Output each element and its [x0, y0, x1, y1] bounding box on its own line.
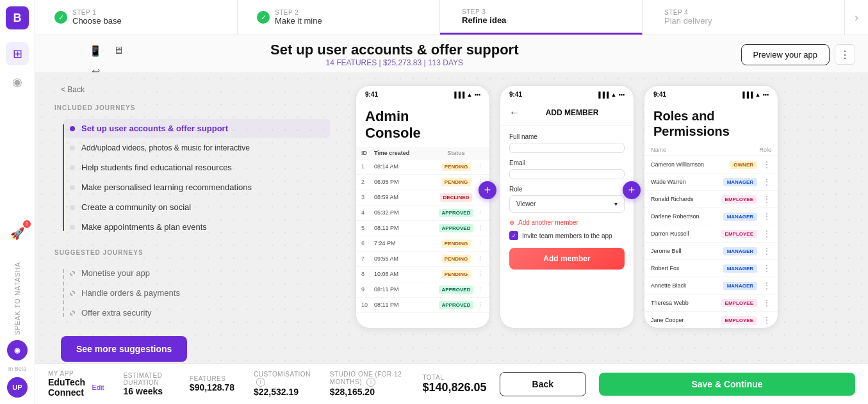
- roles-row: Theresa Webb EMPLOYEE ⋮: [644, 295, 778, 312]
- total-section: TOTAL $140,826.05: [422, 374, 486, 394]
- admin-console-title: AdminConsole: [365, 108, 480, 142]
- brand-logo[interactable]: B: [6, 6, 29, 29]
- phone-add-member: 9:41 ▐▐▐▲▪▪▪ ← ADD MEMBER Full name: [500, 85, 634, 363]
- beta-label: In Beta: [8, 366, 27, 372]
- features-section: FEATURES $90,128.78: [190, 375, 234, 392]
- step-next-arrow[interactable]: ›: [845, 11, 868, 24]
- step-4[interactable]: STEP 4 Plan delivery: [643, 0, 845, 35]
- step-3[interactable]: STEP 3 Refine idea: [440, 0, 643, 35]
- phone-1-content: AdminConsole ID Time created Status: [356, 101, 489, 328]
- studio-value: $28,165.20: [330, 387, 404, 397]
- step-4-name: Plan delivery: [664, 16, 712, 26]
- left-panel: < Back INCLUDED JOURNEYS Set up user acc…: [35, 72, 343, 363]
- back-arrow-icon[interactable]: ←: [509, 107, 520, 118]
- phone-2-content: ← ADD MEMBER Full name Email Role V: [500, 101, 634, 328]
- add-member-add-button[interactable]: +: [623, 181, 641, 199]
- roles-row: Robert Fox MANAGER ⋮: [644, 260, 778, 277]
- phones-area: 9:41 ▐▐▐▲▪▪▪ AdminConsole ID: [343, 72, 868, 363]
- table-row: 4 05:32 PM APPROVED ⋮: [356, 206, 489, 221]
- roles-row: Darlene Robertson MANAGER ⋮: [644, 208, 778, 225]
- table-row: 5 08:11 PM APPROVED ⋮: [356, 221, 489, 236]
- email-input[interactable]: [509, 169, 625, 179]
- back-action-button[interactable]: Back: [500, 372, 586, 396]
- journey-item-4[interactable]: Create a community on social: [63, 198, 330, 216]
- studio-info-icon[interactable]: i: [366, 378, 375, 387]
- sidebar-icon-rocket[interactable]: 🚀 1: [6, 222, 29, 245]
- duration-value: 16 weeks: [124, 386, 170, 396]
- my-app-label: MY APP: [48, 370, 104, 377]
- roles-header: Roles andPermissions: [644, 101, 778, 144]
- edit-app-link[interactable]: Edit: [92, 384, 104, 391]
- table-row: 10 08:11 PM APPROVED ⋮: [356, 298, 489, 313]
- invite-checkbox[interactable]: ✓ Invite team members to the app: [509, 231, 625, 240]
- step-2-name: Make it mine: [275, 16, 322, 26]
- journeys-list: Set up user accounts & offer support Add…: [54, 119, 330, 236]
- add-member-form: Full name Email Role Viewer ▾: [500, 125, 634, 277]
- journey-item-2[interactable]: Help students find educational resources: [63, 158, 330, 177]
- journey-item-3[interactable]: Make personalised learning recommendatio…: [63, 178, 330, 197]
- journey-dot-0: [70, 126, 75, 131]
- view-desktop-icon[interactable]: 🖥: [110, 42, 127, 60]
- suggested-item-1[interactable]: Handle orders & payments: [63, 284, 330, 302]
- notification-badge: 1: [23, 220, 31, 228]
- table-row: 9 08:11 PM APPROVED ⋮: [356, 282, 489, 298]
- more-options-button[interactable]: ⋮: [835, 44, 855, 65]
- sidebar-icon-grid[interactable]: ⊞: [6, 42, 29, 65]
- phone-roles-permissions: 9:41 ▐▐▐▲▪▪▪ Roles andPermissions Name: [644, 85, 778, 363]
- step-2[interactable]: ✓ STEP 2 Make it mine: [238, 0, 440, 35]
- total-value: $140,826.05: [422, 381, 486, 394]
- suggested-dot-2: [70, 311, 75, 316]
- journey-item-1[interactable]: Add/upload videos, photos & music for in…: [63, 139, 330, 157]
- role-select[interactable]: Viewer ▾: [509, 195, 625, 213]
- duration-section: ESTIMATED DURATION 16 weeks: [124, 372, 170, 396]
- phone-mockup-2: 9:41 ▐▐▐▲▪▪▪ ← ADD MEMBER Full name: [500, 85, 634, 328]
- my-app-section: MY APP EduTech Connect Edit: [48, 370, 104, 398]
- page-body: 📱 🖥 ↩ Set up user accounts & offer suppo…: [35, 35, 868, 404]
- roles-row: Wade Warren MANAGER ⋮: [644, 174, 778, 191]
- bottom-info: MY APP EduTech Connect Edit ESTIMATED DU…: [48, 370, 487, 398]
- speak-to-natasha-label: SPEAK TO NATASHA: [14, 262, 21, 335]
- sidebar-icon-circle[interactable]: ◉: [6, 70, 29, 93]
- table-row: 3 08:59 AM DECLINED ⋮: [356, 190, 489, 206]
- fullname-input[interactable]: [509, 143, 625, 153]
- view-mobile-icon[interactable]: 📱: [86, 42, 104, 60]
- suggested-item-0[interactable]: Monetise your app: [63, 264, 330, 282]
- admin-add-button[interactable]: +: [479, 181, 496, 199]
- customisation-section: CUSTOMISATION i $22,532.19: [254, 371, 311, 397]
- customisation-info-icon[interactable]: i: [256, 378, 265, 387]
- suggested-item-2[interactable]: Offer extra security: [63, 303, 330, 322]
- suggested-section: SUGGESTED JOURNEYS Monetise your app Han…: [54, 249, 330, 322]
- table-row: 2 06:05 PM PENDING ⋮: [356, 175, 489, 190]
- step-4-num: STEP 4: [664, 9, 712, 16]
- phone-3-status-bar: 9:41 ▐▐▐▲▪▪▪: [644, 86, 778, 101]
- preview-app-button[interactable]: Preview your app: [741, 44, 830, 65]
- roles-row: Ronald Richards EMPLOYEE ⋮: [644, 191, 778, 208]
- roles-row: Jerome Bell MANAGER ⋮: [644, 243, 778, 260]
- journey-dot-5: [70, 225, 75, 230]
- journey-item-5[interactable]: Make appointments & plan events: [63, 218, 330, 236]
- step-1[interactable]: ✓ STEP 1 Choose base: [35, 0, 238, 35]
- phone-2-icons: ▐▐▐▲▪▪▪: [596, 92, 625, 98]
- suggested-dot-0: [70, 271, 75, 276]
- roles-table-header: Name Role: [644, 144, 778, 156]
- role-label: Role: [509, 186, 625, 193]
- page-meta: 14 FEATURES | $25,273.83 | 113 DAYS: [325, 58, 463, 67]
- admin-console-header: AdminConsole: [356, 101, 489, 147]
- add-member-submit-button[interactable]: Add member: [509, 248, 625, 270]
- table-row: 8 10:08 AM PENDING ⋮: [356, 267, 489, 282]
- sidebar: B ⊞ ◉ 🚀 1 SPEAK TO NATASHA ◉ In Beta UP: [0, 0, 35, 404]
- up-button[interactable]: UP: [7, 377, 28, 398]
- customisation-label: CUSTOMISATION i: [254, 371, 311, 387]
- customisation-value: $22,532.19: [254, 387, 311, 397]
- save-continue-button[interactable]: Save & Continue: [599, 373, 855, 396]
- roles-row: Cameron Williamson OWNER ⋮: [644, 156, 778, 174]
- see-more-suggestions-button[interactable]: See more suggestions: [61, 336, 187, 362]
- features-label: FEATURES: [190, 375, 234, 382]
- journey-dot-3: [70, 185, 75, 190]
- add-another-member[interactable]: ⊕ Add another member: [509, 219, 625, 226]
- back-button[interactable]: < Back: [61, 85, 330, 94]
- journey-item-0[interactable]: Set up user accounts & offer support: [63, 119, 330, 138]
- avatar[interactable]: ◉: [7, 340, 28, 360]
- journey-dot-4: [70, 205, 75, 210]
- phone-mockup-1: 9:41 ▐▐▐▲▪▪▪ AdminConsole ID: [356, 85, 490, 328]
